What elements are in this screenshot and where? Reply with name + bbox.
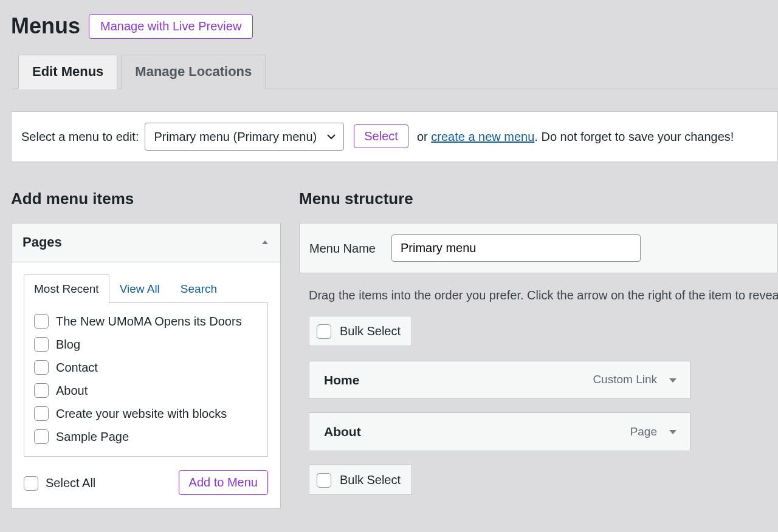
bulk-select-checkbox[interactable] bbox=[317, 473, 331, 488]
list-item: Sample Page bbox=[34, 428, 258, 445]
pages-subtabs: Most Recent View All Search bbox=[24, 275, 268, 304]
list-item: Contact bbox=[34, 359, 258, 376]
page-checkbox[interactable] bbox=[34, 360, 49, 375]
pages-list-panel: The New UMoMA Opens its Doors Blog Conta… bbox=[24, 303, 268, 457]
pages-postbox-header[interactable]: Pages bbox=[12, 223, 280, 262]
manage-live-preview-button[interactable]: Manage with Live Preview bbox=[89, 14, 253, 39]
page-checkbox[interactable] bbox=[34, 337, 49, 352]
select-button[interactable]: Select bbox=[354, 124, 408, 148]
page-checkbox[interactable] bbox=[34, 383, 49, 398]
menu-item-type: Custom Link bbox=[593, 372, 657, 388]
page-label: Sample Page bbox=[56, 428, 129, 445]
add-menu-items-heading: Add menu items bbox=[11, 188, 281, 210]
drag-instructions: Drag the items into the order you prefer… bbox=[309, 287, 778, 304]
select-all-checkbox[interactable] bbox=[24, 476, 38, 491]
menu-select-bar: Select a menu to edit: Primary menu (Pri… bbox=[11, 111, 778, 162]
bulk-select-bottom: Bulk Select bbox=[309, 465, 412, 495]
page-label: The New UMoMA Opens its Doors bbox=[56, 313, 242, 330]
menu-item[interactable]: About Page bbox=[309, 412, 690, 451]
menu-item-title: About bbox=[324, 423, 361, 440]
page-checkbox[interactable] bbox=[34, 314, 49, 329]
triangle-down-icon[interactable] bbox=[668, 427, 678, 437]
list-item: The New UMoMA Opens its Doors bbox=[34, 313, 258, 330]
bulk-select-label: Bulk Select bbox=[340, 322, 401, 339]
select-all-label: Select All bbox=[46, 474, 95, 491]
page-label: Create your website with blocks bbox=[56, 405, 227, 422]
bulk-select-top: Bulk Select bbox=[309, 316, 412, 346]
list-item: Blog bbox=[34, 336, 258, 353]
chevron-down-icon bbox=[326, 132, 336, 142]
select-menu-label: Select a menu to edit: bbox=[21, 128, 139, 145]
page-label: Contact bbox=[56, 359, 98, 376]
list-item: Create your website with blocks bbox=[34, 405, 258, 422]
page-label: Blog bbox=[56, 336, 80, 353]
tab-manage-locations[interactable]: Manage Locations bbox=[121, 55, 266, 89]
subtab-most-recent[interactable]: Most Recent bbox=[24, 275, 109, 304]
subtab-search[interactable]: Search bbox=[170, 275, 227, 304]
or-text: or create a new menu. Do not forget to s… bbox=[417, 128, 734, 145]
menu-name-input[interactable] bbox=[391, 234, 641, 262]
nav-tabs: Edit Menus Manage Locations bbox=[11, 55, 778, 89]
page-label: About bbox=[56, 382, 88, 399]
triangle-down-icon[interactable] bbox=[668, 375, 678, 385]
tab-edit-menus[interactable]: Edit Menus bbox=[18, 55, 117, 89]
add-to-menu-button[interactable]: Add to Menu bbox=[179, 470, 268, 495]
bulk-select-checkbox[interactable] bbox=[317, 324, 331, 339]
menu-dropdown[interactable]: Primary menu (Primary menu) bbox=[145, 123, 344, 151]
pages-postbox-title: Pages bbox=[22, 233, 62, 252]
menu-dropdown-value: Primary menu (Primary menu) bbox=[154, 128, 317, 145]
triangle-up-icon bbox=[261, 238, 269, 247]
page-checkbox[interactable] bbox=[34, 406, 49, 421]
menu-item[interactable]: Home Custom Link bbox=[309, 361, 690, 399]
menu-item-title: Home bbox=[324, 371, 359, 389]
page-checkbox[interactable] bbox=[34, 429, 49, 444]
list-item: About bbox=[34, 382, 258, 399]
select-all-row: Select All bbox=[24, 474, 95, 491]
page-title: Menus bbox=[11, 11, 80, 41]
menu-name-bar: Menu Name bbox=[299, 223, 778, 273]
create-new-menu-link[interactable]: create a new menu bbox=[431, 130, 534, 143]
subtab-view-all[interactable]: View All bbox=[109, 275, 170, 304]
menu-item-type: Page bbox=[630, 424, 657, 440]
menu-name-label: Menu Name bbox=[309, 240, 376, 257]
menu-structure-heading: Menu structure bbox=[299, 188, 778, 210]
pages-postbox: Pages Most Recent View All Search The Ne… bbox=[11, 223, 281, 509]
bulk-select-label: Bulk Select bbox=[340, 471, 401, 488]
